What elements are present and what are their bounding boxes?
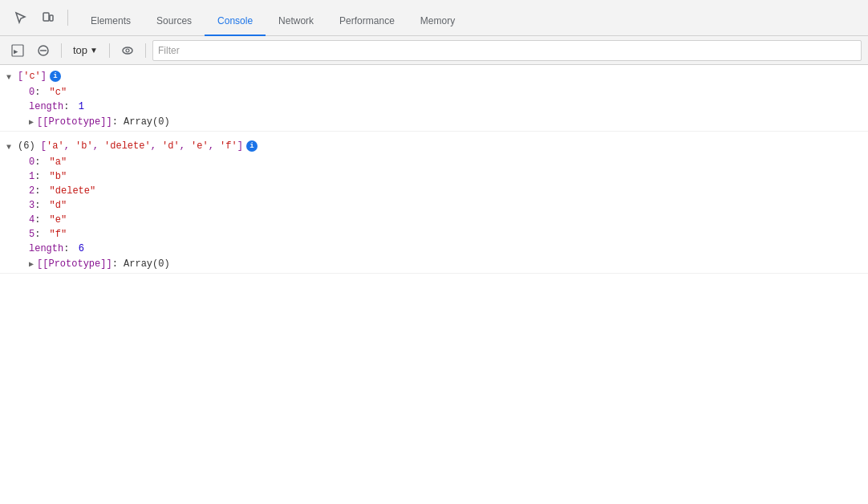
prop-3-entry2: 3: "d" bbox=[0, 199, 868, 213]
filter-container bbox=[152, 40, 862, 61]
prop-0-entry2: 0: "a" bbox=[0, 156, 868, 170]
console-toolbar: ▶ top ▼ bbox=[0, 36, 868, 65]
info-badge-2: i bbox=[246, 140, 258, 152]
expand-arrow-1[interactable]: ▼ bbox=[6, 73, 14, 82]
toolbar-divider bbox=[61, 43, 62, 58]
log-entry-1: ▼ ['c'] i 0: "c" length: 1 ▶ [[Prototype… bbox=[0, 68, 868, 132]
dropdown-arrow-icon: ▼ bbox=[90, 46, 98, 55]
clear-console-icon[interactable] bbox=[32, 40, 55, 61]
expand-arrow-2[interactable]: ▼ bbox=[6, 143, 14, 152]
console-output: ▼ ['c'] i 0: "c" length: 1 ▶ [[Prototype… bbox=[0, 65, 868, 504]
svg-point-7 bbox=[126, 49, 129, 52]
prop-0-entry1: 0: "c" bbox=[0, 86, 868, 100]
log-entry-1-header[interactable]: ▼ ['c'] i bbox=[0, 70, 868, 86]
tab-elements[interactable]: Elements bbox=[78, 7, 144, 36]
prop-length-entry2: length: 6 bbox=[0, 242, 868, 257]
prototype-arrow-1[interactable]: ▶ bbox=[29, 117, 34, 127]
tab-sources[interactable]: Sources bbox=[144, 7, 205, 36]
toolbar-divider-3 bbox=[145, 43, 146, 58]
svg-rect-0 bbox=[43, 13, 49, 21]
prop-2-entry2: 2: "delete" bbox=[0, 185, 868, 199]
execute-script-icon[interactable]: ▶ bbox=[6, 40, 29, 61]
prop-1-entry2: 1: "b" bbox=[0, 170, 868, 185]
tab-network[interactable]: Network bbox=[266, 7, 327, 36]
tab-memory[interactable]: Memory bbox=[408, 7, 468, 36]
tab-bar: Elements Sources Console Network Perform… bbox=[0, 0, 868, 36]
info-badge-1: i bbox=[50, 71, 61, 82]
prototype-entry2[interactable]: ▶ [[Prototype]] : Array(0) bbox=[0, 257, 868, 271]
svg-text:▶: ▶ bbox=[14, 47, 18, 55]
prop-length-entry1: length: 1 bbox=[0, 100, 868, 115]
eye-icon[interactable] bbox=[116, 40, 139, 61]
toolbar-divider-2 bbox=[109, 43, 110, 58]
array-preview-2: (6) ['a', 'b', 'delete', 'd', 'e', 'f'] bbox=[18, 140, 243, 152]
log-entry-2: ▼ (6) ['a', 'b', 'delete', 'd', 'e', 'f'… bbox=[0, 138, 868, 274]
prototype-entry1[interactable]: ▶ [[Prototype]] : Array(0) bbox=[0, 115, 868, 129]
svg-point-6 bbox=[123, 47, 132, 54]
svg-rect-1 bbox=[50, 15, 53, 21]
device-toolbar-icon[interactable] bbox=[37, 6, 59, 29]
entry-spacer bbox=[0, 132, 868, 138]
context-selector[interactable]: top ▼ bbox=[68, 43, 103, 58]
tab-performance[interactable]: Performance bbox=[327, 7, 408, 36]
array-preview-1: ['c'] bbox=[18, 71, 47, 82]
filter-input[interactable] bbox=[153, 41, 861, 60]
log-entry-2-header[interactable]: ▼ (6) ['a', 'b', 'delete', 'd', 'e', 'f'… bbox=[0, 140, 868, 156]
prop-4-entry2: 4: "e" bbox=[0, 213, 868, 228]
tab-console[interactable]: Console bbox=[205, 7, 266, 36]
prototype-arrow-2[interactable]: ▶ bbox=[29, 259, 34, 269]
tab-icon-divider bbox=[67, 10, 68, 26]
tab-icon-group bbox=[3, 0, 78, 35]
select-element-icon[interactable] bbox=[10, 6, 32, 29]
prop-5-entry2: 5: "f" bbox=[0, 228, 868, 242]
